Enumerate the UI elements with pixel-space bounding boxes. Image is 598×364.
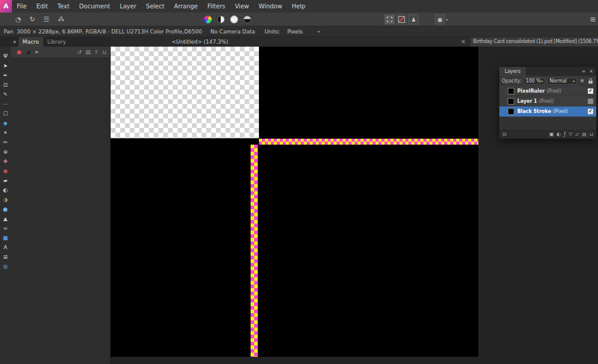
chevron-down-icon[interactable]: ▾ — [446, 17, 448, 22]
visibility-checkbox[interactable]: ✔ — [588, 109, 593, 114]
burn-tool[interactable]: ◑ — [0, 195, 11, 204]
layer-name: Layer 1 — [517, 99, 537, 104]
snapping-icon[interactable] — [396, 14, 407, 25]
blur-tool[interactable]: ● — [0, 204, 11, 214]
menu-item[interactable]: Filters — [203, 0, 230, 13]
levels-icon[interactable]: ☰ — [44, 16, 50, 23]
flood-fill-tool[interactable]: ◆ — [0, 118, 11, 128]
tab-macro[interactable]: Macro — [19, 37, 43, 47]
selection-box-icon[interactable] — [385, 14, 395, 25]
zoom-tool[interactable]: ◎ — [0, 262, 11, 271]
visibility-checkbox[interactable]: ✔ — [588, 88, 593, 94]
red-eye-tool[interactable]: ◉ — [0, 166, 11, 176]
stop-macro-icon[interactable]: ■ — [26, 50, 31, 55]
menu-item[interactable]: Edit — [32, 0, 53, 13]
layer-row-black-stroke[interactable]: Black Stroke (Pixel) ✔ — [499, 106, 596, 117]
document-tab-background[interactable]: Birthday Card consolidated (1).psd [Modi… — [470, 37, 598, 47]
view-pan-tool[interactable]: Ψ — [0, 51, 11, 61]
add-layer-icon[interactable]: ▤ — [582, 131, 587, 137]
edit-all-layers-icon[interactable]: ⊡ — [502, 131, 507, 137]
delete-layer-icon[interactable]: ⊔ — [590, 131, 593, 137]
hue-wheel-icon[interactable] — [204, 16, 212, 23]
blend-mode-value: Normal — [550, 78, 567, 84]
tools-sidebar: Ψ➤✒⊡✎⋯☐◆✶✏⊕✚◉▰◐◑●▲≈■A⊞◎ — [0, 47, 11, 364]
pixel-pencil-tool[interactable]: ✏ — [0, 137, 11, 147]
units-value: Pixels — [288, 29, 303, 35]
paint-brush-tool[interactable]: ✶ — [0, 128, 11, 137]
list-view-icon[interactable]: ▤ — [86, 49, 91, 55]
menu-item[interactable]: View — [230, 0, 254, 13]
opacity-dropdown[interactable]: 100 % ▾ — [523, 78, 545, 85]
visibility-checkbox[interactable] — [588, 99, 593, 104]
contrast-icon[interactable] — [217, 16, 225, 23]
tab-layers[interactable]: Layers — [499, 67, 526, 76]
group-layers-icon[interactable]: ▱ — [575, 131, 579, 137]
menu-item[interactable]: Arrange — [169, 0, 203, 13]
pixel-ruler-horizontal-stripe[interactable] — [259, 139, 478, 145]
share-icon[interactable]: ⁂ — [58, 16, 65, 23]
exposure-icon[interactable] — [243, 16, 251, 23]
clone-stamp-tool[interactable]: ⊕ — [0, 147, 11, 157]
close-icon[interactable]: × — [461, 37, 466, 47]
eraser-tool[interactable]: ▰ — [0, 176, 11, 185]
pixel-ruler-vertical-stripe[interactable] — [251, 145, 258, 357]
layers-panel-titlebar: Layers ≡✕ — [499, 67, 596, 76]
blend-options-gear-icon[interactable]: ✻ — [580, 78, 584, 84]
menu-item[interactable]: Document — [74, 0, 115, 13]
layers-panel: Layers ≡✕ Opacity: 100 % ▾ Normal ▾ ✻ Pi… — [499, 67, 596, 139]
move-tool[interactable]: ➤ — [0, 61, 11, 71]
pixel-tool[interactable]: ■ — [0, 233, 11, 243]
menu-bar: A FileEditTextDocumentLayerSelectArrange… — [0, 0, 598, 13]
context-toolbar: Pan 3000 × 2288px, 6.86MP, RGBA/8 - DELL… — [0, 26, 598, 37]
tab-library[interactable]: Library — [43, 37, 70, 47]
red-slash-icon — [398, 16, 405, 23]
layer-row-pixelruler[interactable]: PixelRuler (Pixel) ✔ — [499, 86, 596, 96]
menu-item[interactable]: Layer — [115, 0, 141, 13]
chevron-down-icon: ▾ — [573, 79, 575, 83]
mesh-warp-tool[interactable]: ⊞ — [0, 252, 11, 262]
toolbar-color-icons — [204, 13, 251, 26]
menu-item[interactable]: Window — [254, 0, 286, 13]
transparent-region[interactable] — [111, 47, 259, 139]
menu-item[interactable]: Help — [287, 0, 310, 13]
more-tools-dots[interactable]: ⋯ — [0, 99, 11, 109]
smudge-tool[interactable]: ≈ — [0, 224, 11, 233]
studio-grid-icon[interactable]: ⊞ — [588, 14, 598, 25]
healing-brush-tool[interactable]: ✚ — [0, 157, 11, 166]
auto-correct-icon[interactable]: ◔ — [16, 16, 22, 23]
crop-tool[interactable]: ⊡ — [0, 80, 11, 90]
menu-item[interactable]: Select — [141, 0, 169, 13]
undo-step-icon[interactable]: ↺ — [77, 49, 82, 55]
panel-menu-icon[interactable]: ≡ — [582, 69, 586, 74]
adjustment-layer-icon[interactable]: ◐ — [557, 131, 561, 137]
tab-row: ▪ Macro Library <Untitled> (147.3%) × Bi… — [0, 37, 598, 47]
marquee-select-tool[interactable]: ☐ — [0, 109, 11, 118]
text-tool[interactable]: A — [0, 243, 11, 252]
play-macro-icon[interactable]: ▶ — [35, 50, 38, 54]
layer-fx-icon[interactable]: ƒ — [564, 131, 566, 137]
assistant-icon[interactable]: ♟ — [408, 14, 419, 25]
menu-item[interactable]: File — [12, 0, 32, 13]
blend-mode-dropdown[interactable]: Normal ▾ — [547, 78, 577, 85]
app-logo-icon[interactable]: A — [0, 0, 12, 13]
selection-brush-tool[interactable]: ✎ — [0, 90, 11, 99]
color-picker-tool[interactable]: ✒ — [0, 71, 11, 80]
panel-close-icon[interactable]: ✕ — [589, 69, 593, 74]
mask-layer-icon[interactable]: ▣ — [550, 131, 554, 137]
live-filter-icon[interactable]: ▽ — [569, 131, 572, 137]
insert-target-icon[interactable]: ▣ — [435, 14, 445, 25]
rotate-document-icon[interactable]: ↻ — [30, 16, 35, 23]
dodge-tool[interactable]: ◐ — [0, 185, 11, 195]
sharpen-tool[interactable]: ▲ — [0, 214, 11, 224]
menu-item[interactable]: Text — [53, 0, 74, 13]
export-macro-icon[interactable]: ⇧ — [94, 49, 99, 55]
document-tab-active[interactable]: <Untitled> (147.3%) × — [111, 37, 469, 47]
layer-row-layer-1[interactable]: Layer 1 (Pixel) — [499, 96, 596, 106]
units-dropdown[interactable]: Pixels ▾ — [285, 27, 322, 35]
white-balance-icon[interactable] — [230, 16, 238, 23]
layers-title-icons: ≡✕ — [582, 69, 596, 74]
delete-macro-icon[interactable]: ⊔ — [102, 49, 106, 55]
document-canvas[interactable] — [111, 47, 478, 357]
record-macro-icon[interactable]: ● — [17, 49, 22, 55]
lock-icon[interactable] — [588, 81, 593, 84]
